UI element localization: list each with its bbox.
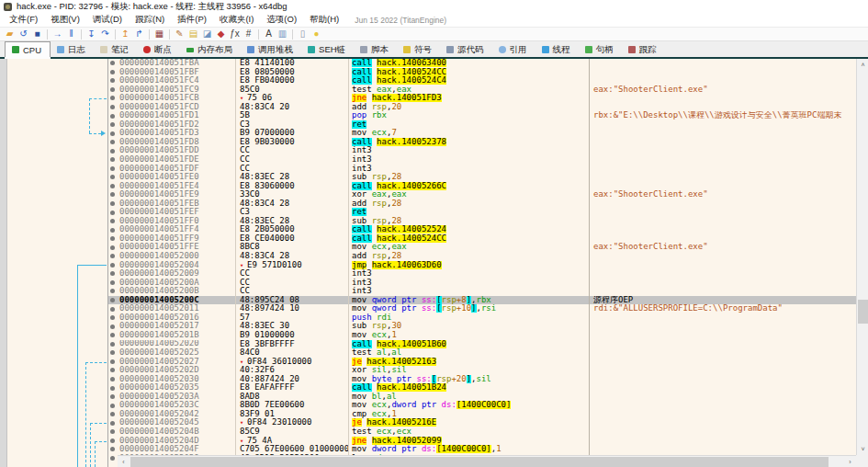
menu-item-2[interactable]: 调试(D) bbox=[86, 13, 129, 27]
disasm-row[interactable]: 0000000140051FBFE8 08050000call hack.140… bbox=[108, 68, 856, 77]
label-icon[interactable]: # bbox=[242, 28, 255, 40]
horizontal-scrollbar[interactable]: ‹ › bbox=[118, 455, 856, 467]
breakpoint-dot[interactable] bbox=[110, 131, 115, 136]
breakpoint-dot[interactable] bbox=[110, 325, 115, 329]
tab-symbols[interactable]: 符号 bbox=[397, 42, 440, 57]
tab-threads[interactable]: 线程 bbox=[535, 42, 579, 57]
breakpoint-dot[interactable] bbox=[110, 333, 115, 337]
tab-call-stack[interactable]: 调用堆栈 bbox=[241, 42, 301, 57]
breakpoint-dot[interactable] bbox=[110, 201, 115, 206]
disasm-row[interactable]: 0000000140051FEB48:83C4 28add rsp,28 bbox=[108, 199, 856, 209]
scroll-up-icon[interactable]: ˄ bbox=[857, 59, 868, 71]
font-icon[interactable]: A bbox=[262, 28, 276, 40]
disasm-row[interactable]: 0000000140052020E8 3BFBFFFFcall hack.140… bbox=[108, 340, 856, 349]
breakpoint-dot[interactable] bbox=[110, 439, 115, 443]
breakpoint-dot[interactable] bbox=[110, 105, 115, 109]
disasm-row[interactable]: 000000014005202D40:32F6xor sil,sil bbox=[108, 366, 856, 375]
tab-source[interactable]: 源代码 bbox=[440, 42, 492, 57]
disasm-row[interactable]: 0000000140051FD8E8 9B030000call hack.140… bbox=[108, 138, 856, 147]
close-icon[interactable]: ■ bbox=[30, 28, 44, 40]
tab-script[interactable]: 脚本 bbox=[354, 42, 397, 57]
disasm-row[interactable]: 0000000140051FC4E8 FB040000call hack.140… bbox=[108, 76, 856, 85]
scroll-down-icon[interactable]: ˅ bbox=[857, 443, 868, 455]
breakpoint-dot[interactable] bbox=[110, 342, 115, 347]
disasm-row[interactable]: 000000014005203A8AD8mov bl,al bbox=[108, 393, 856, 402]
breakpoint-dot[interactable] bbox=[110, 236, 115, 241]
breakpoint-dot[interactable] bbox=[110, 280, 115, 285]
breakpoint-dot[interactable] bbox=[110, 149, 115, 154]
breakpoint-dot[interactable] bbox=[110, 298, 115, 302]
disasm-row[interactable]: 0000000140051FDDCCint3 bbox=[108, 146, 856, 155]
disasm-row[interactable]: 0000000140051FDECCint3 bbox=[108, 155, 856, 165]
breakpoint-dot[interactable] bbox=[110, 140, 115, 144]
breakpoint-dot[interactable] bbox=[110, 192, 115, 197]
disasm-row[interactable]: 0000000140051FF9E8 CE040000call hack.140… bbox=[108, 234, 856, 244]
disasm-row[interactable]: 0000000140051FE4E8 83060000call hack.140… bbox=[108, 182, 856, 191]
disasm-row[interactable]: 0000000140051FF048:83EC 28sub rsp,28 bbox=[108, 217, 856, 226]
disasm-row[interactable]: 0000000140052035E8 EAFAFFFFcall hack.140… bbox=[108, 383, 856, 393]
run-to-user-code-icon[interactable]: ↱ bbox=[132, 28, 146, 40]
menu-item-6[interactable]: 选项(O) bbox=[260, 13, 303, 27]
breakpoint-dot[interactable] bbox=[110, 289, 115, 293]
breakpoint-dot[interactable] bbox=[110, 307, 115, 312]
breakpoint-dot[interactable] bbox=[110, 412, 115, 416]
tab-notes[interactable]: 笔记 bbox=[94, 42, 137, 57]
disasm-row[interactable]: 000000014005201BB9 01000000mov ecx,1 bbox=[108, 331, 856, 340]
disasm-row[interactable]: 000000014005200ACCint3 bbox=[108, 279, 856, 288]
menu-item-4[interactable]: 插件(P) bbox=[171, 13, 213, 27]
disasm-row[interactable]: 0000000140052004▾E9 571D0100jmp hack.140… bbox=[108, 261, 856, 270]
disasm-row[interactable]: 000000014005201148:897424 10mov qword pt… bbox=[108, 304, 856, 313]
breakpoint-dot[interactable] bbox=[110, 456, 115, 461]
disasm-row[interactable]: 0000000140052009CCint3 bbox=[108, 269, 856, 279]
breakpoint-dot[interactable] bbox=[110, 315, 115, 320]
disasm-row[interactable]: 0000000140051FFE8BC8mov ecx,eaxeax:"Shoo… bbox=[108, 243, 856, 252]
menu-item-3[interactable]: 跟踪(N) bbox=[129, 13, 171, 27]
disasm-row[interactable]: 0000000140051FCD48:83C4 20add rsp,20 bbox=[108, 103, 856, 112]
assemble-icon[interactable]: ✎ bbox=[173, 28, 186, 40]
breakpoint-dot[interactable] bbox=[110, 184, 115, 188]
patches-icon[interactable]: ▤ bbox=[186, 28, 200, 40]
breakpoint-dot[interactable] bbox=[110, 166, 115, 171]
disasm-row[interactable]: 0000000140051FEFC3ret bbox=[108, 208, 856, 217]
breakpoint-dot[interactable] bbox=[110, 211, 115, 215]
breakpoint-dot[interactable] bbox=[110, 377, 115, 382]
vertical-scroll-thumb[interactable] bbox=[858, 300, 868, 324]
scroll-left-icon[interactable]: ‹ bbox=[118, 456, 130, 467]
disasm-row[interactable]: 000000014005204FC705 67E00600 01000000mo… bbox=[108, 445, 856, 454]
calculator-icon[interactable]: ▥ bbox=[276, 28, 289, 40]
graph-icon[interactable]: ▦ bbox=[152, 28, 166, 40]
disasm-row[interactable]: 000000014005202584C0test al,al bbox=[108, 348, 856, 358]
breakpoint-dot[interactable] bbox=[110, 245, 115, 250]
horizontal-scroll-thumb[interactable] bbox=[130, 457, 829, 467]
breakpoint-dot[interactable] bbox=[110, 271, 115, 276]
breakpoint-dot[interactable] bbox=[110, 219, 115, 223]
breakpoint-dot[interactable] bbox=[110, 175, 115, 179]
breakpoint-dot[interactable] bbox=[110, 228, 115, 233]
execute-till-return-icon[interactable]: ↥ bbox=[118, 28, 132, 40]
notes-icon[interactable]: ▯ bbox=[296, 28, 310, 40]
disasm-row[interactable]: 0000000140051FD15Bpop rbxrbx:&"E:\\Deskt… bbox=[108, 111, 856, 120]
eraser-icon[interactable]: ◆ bbox=[214, 28, 228, 40]
step-over-icon[interactable]: ↷ bbox=[98, 28, 112, 40]
breakpoint-dot[interactable] bbox=[110, 70, 115, 74]
disasm-row[interactable]: 000000014005204283F9 01cmp ecx,1 bbox=[108, 410, 856, 419]
scroll-right-icon[interactable]: › bbox=[844, 456, 856, 467]
breakpoint-dot[interactable] bbox=[110, 386, 115, 391]
breakpoint-dot[interactable] bbox=[110, 263, 115, 268]
tab-seh[interactable]: SEH链 bbox=[301, 42, 354, 57]
breakpoint-dot[interactable] bbox=[110, 429, 115, 434]
breakpoint-dot[interactable] bbox=[110, 394, 115, 399]
disasm-row[interactable]: 0000000140051FF4E8 2B050000call hack.140… bbox=[108, 225, 856, 234]
tab-breakpoints[interactable]: 断点 bbox=[137, 42, 180, 57]
tab-memory-map[interactable]: 内存布局 bbox=[180, 42, 241, 57]
breakpoint-dot[interactable] bbox=[110, 61, 115, 65]
disasm-row[interactable]: 0000000140052027▾0F84 36010000je hack.14… bbox=[108, 358, 856, 367]
menu-item-1[interactable]: 视图(V) bbox=[44, 13, 86, 27]
comment-icon[interactable]: ◪ bbox=[200, 28, 214, 40]
disasm-row[interactable]: 000000014005200048:83C4 28add rsp,28 bbox=[108, 252, 856, 261]
breakpoint-dot[interactable] bbox=[110, 421, 115, 426]
menu-item-5[interactable]: 收藏夹(I) bbox=[213, 13, 260, 27]
disasm-row[interactable]: 0000000140051FDFCCint3 bbox=[108, 165, 856, 174]
disasm-row[interactable]: 0000000140051FCB▾75 06jne hack.140051FD3 bbox=[108, 94, 856, 103]
tab-log[interactable]: 日志 bbox=[51, 42, 94, 57]
